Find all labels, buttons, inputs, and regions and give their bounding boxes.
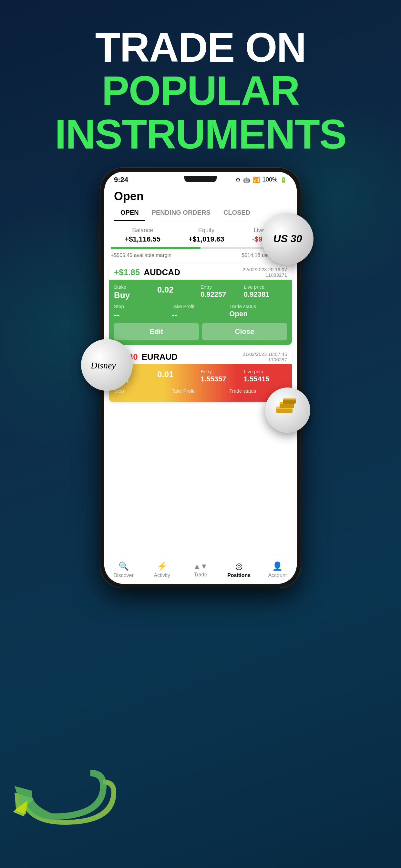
gold-icon	[275, 399, 301, 422]
header-line3: INSTRUMENTS	[0, 113, 401, 156]
trade1-stop-field: Stop --	[114, 304, 172, 320]
trade2-entry-field: Entry 1.55357	[201, 369, 244, 385]
trade2-entry-value: 1.55357	[201, 375, 244, 383]
trade1-fields-row1: Stake Buy 0.02 Entry 0.92257 Live pr	[114, 284, 287, 300]
header-line2: POPULAR	[0, 69, 401, 113]
nav-activity-label: Activity	[154, 572, 170, 578]
volume-down-button	[98, 252, 100, 271]
trade1-tp-label: Take Profit	[172, 304, 229, 309]
trade2-size-field: 0.01	[157, 369, 201, 385]
nav-trade-label: Trade	[194, 572, 207, 578]
green-arrows-svg	[13, 760, 126, 841]
nav-account[interactable]: 👤 Account	[265, 561, 290, 578]
header-line1: TRADE ON	[0, 26, 401, 69]
phone-mockup: US 30 Disney 9:24	[100, 168, 301, 588]
trade1-stop-label: Stop	[114, 304, 172, 309]
trade1-meta: 22/02/2023 20:16:07 11083271	[243, 267, 287, 278]
trade1-liveprice-value: 0.92381	[244, 290, 287, 299]
account-icon: 👤	[272, 561, 282, 571]
nav-discover[interactable]: 🔍 Discover	[111, 561, 136, 578]
balance-value: +$1,116.55	[125, 235, 160, 244]
trade2-liveprice-label: Live price	[244, 369, 287, 374]
trade1-entry-label: Entry	[201, 284, 244, 290]
signal-icon: 📶	[253, 176, 260, 183]
trade1-entry-value: 0.92257	[201, 290, 244, 299]
nav-positions[interactable]: ◎ Positions	[226, 561, 252, 578]
trade-card-1: +$1.85 AUDCAD 22/02/2023 20:16:07 110832…	[109, 264, 292, 345]
trade1-pnl: +$1.85	[114, 268, 140, 277]
trade1-edit-button[interactable]: Edit	[114, 323, 199, 340]
trade1-liveprice-field: Live price 0.92381	[244, 284, 287, 300]
battery-text: 100%	[263, 176, 277, 183]
balance-label: Balance	[125, 227, 160, 234]
trade1-status-field: Trade status Open	[229, 304, 287, 320]
android-icon: 🤖	[243, 176, 250, 183]
trade-icon: ▲▼	[193, 562, 208, 570]
trade2-date: 21/02/2023 18:07:45	[243, 351, 287, 357]
trade-card-1-header: +$1.85 AUDCAD 22/02/2023 20:16:07 110832…	[109, 264, 292, 280]
available-margin: +$505.45 available margin	[111, 252, 172, 258]
trade2-stop-label: Stop	[114, 388, 172, 394]
trade1-liveprice-label: Live price	[244, 284, 287, 290]
us30-ball: US 30	[262, 213, 313, 265]
trade1-close-button[interactable]: Close	[202, 323, 287, 340]
trade1-stop-value: --	[114, 310, 172, 320]
trade1-actions: Edit Close	[114, 323, 287, 340]
bottom-nav: 🔍 Discover ⚡ Activity ▲▼ Trade ◎ Positio…	[104, 555, 297, 584]
trade2-entry-label: Entry	[201, 369, 244, 374]
tabs-row: OPEN PENDING ORDERS CLOSED	[104, 203, 297, 221]
trade1-size: 0.02	[157, 285, 201, 295]
trade1-fields-row2: Stop -- Take Profit -- Trade status Open	[114, 304, 287, 320]
trade-card-2-header: -$0.40 EURAUD 21/02/2023 18:07:45 110628…	[109, 348, 292, 364]
progress-bar-fill	[111, 247, 201, 249]
equity-value: +$1,019.63	[189, 235, 224, 244]
us30-label: US 30	[274, 233, 302, 244]
disney-ball: Disney	[81, 339, 133, 391]
wifi-icon: ⚙	[235, 176, 241, 183]
gold-ball	[265, 388, 310, 433]
trade2-pair: EURAUD	[142, 352, 178, 362]
trade1-direction: Buy	[114, 290, 157, 300]
trade2-liveprice-field: Live price 1.55415	[244, 369, 287, 385]
camera-notch	[184, 176, 217, 182]
nav-activity[interactable]: ⚡ Activity	[149, 561, 175, 578]
trade2-stop-field: Stop	[114, 388, 172, 394]
nav-trade[interactable]: ▲▼ Trade	[188, 562, 213, 578]
trade1-tp-field: Take Profit --	[172, 304, 229, 320]
equity-label: Equity	[189, 227, 224, 234]
nav-positions-label: Positions	[227, 572, 251, 578]
trade1-date: 22/02/2023 20:16:07	[243, 267, 287, 272]
trade1-id: 11083271	[243, 272, 287, 278]
trade2-fields-row2: Stop Take Profit Trade status	[114, 388, 287, 394]
trade1-stake-field: Stake Buy	[114, 284, 157, 300]
positions-icon: ◎	[235, 561, 243, 571]
trade2-tp-field: Take Profit	[172, 388, 229, 394]
volume-up-button	[98, 226, 100, 245]
trade-card-1-body: Stake Buy 0.02 Entry 0.92257 Live pr	[109, 280, 292, 345]
trade2-fields-row1: Stake Sell 0.01 Entry 1.55357 Live p	[114, 369, 287, 385]
trade-card-2-body: Stake Sell 0.01 Entry 1.55357 Live p	[109, 364, 292, 402]
status-time: 9:24	[114, 176, 128, 184]
trade2-liveprice-value: 1.55415	[244, 375, 287, 383]
app-header: Open	[104, 186, 297, 203]
trade1-pair: AUDCAD	[144, 268, 180, 277]
trade1-stake-label: Stake	[114, 284, 157, 290]
tab-pending[interactable]: PENDING ORDERS	[145, 203, 217, 221]
app-title: Open	[114, 190, 287, 203]
equity-item: Equity +$1,019.63	[189, 227, 224, 244]
trade1-tp-value: --	[172, 310, 229, 320]
svg-text:Disney: Disney	[90, 361, 116, 370]
nav-discover-label: Discover	[113, 572, 133, 578]
trade1-status-label: Trade status	[229, 304, 287, 309]
trade2-meta: 21/02/2023 18:07:45 1106287	[243, 351, 287, 362]
trade2-size: 0.01	[157, 369, 201, 379]
tab-closed[interactable]: CLOSED	[217, 203, 257, 221]
trade1-status-value: Open	[229, 310, 287, 318]
nav-account-label: Account	[268, 572, 287, 578]
tab-open[interactable]: OPEN	[114, 203, 145, 221]
svg-rect-6	[283, 399, 296, 400]
activity-icon: ⚡	[157, 561, 167, 571]
trade-card-2: -$0.40 EURAUD 21/02/2023 18:07:45 110628…	[109, 348, 292, 402]
disney-label: Disney	[88, 354, 126, 376]
battery-icon: 🔋	[280, 176, 287, 183]
